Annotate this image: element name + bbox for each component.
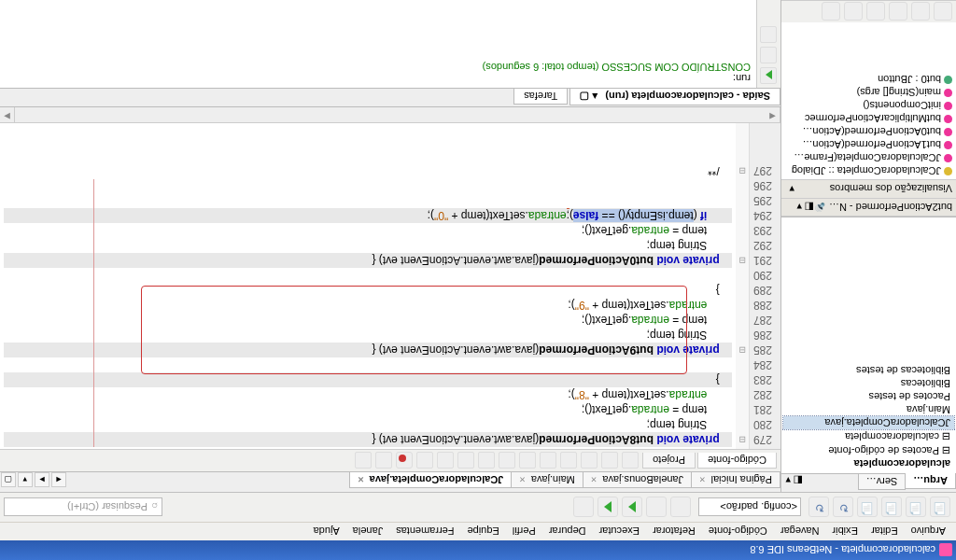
code-area[interactable]: private void but8ActionPerformed(java.aw… (0, 123, 736, 449)
editor-btn[interactable] (478, 453, 495, 469)
editor-btn[interactable] (355, 453, 372, 469)
code-editor[interactable]: 2792802812822832842852862872882892902912… (0, 123, 780, 449)
rerun-icon[interactable] (761, 67, 778, 84)
member-item[interactable]: but0ActionPerformed(Action… (783, 125, 954, 138)
tab-services[interactable]: Serv… (858, 474, 907, 490)
panel-menu-icon[interactable]: ◧ ▾ (781, 474, 807, 486)
tree-node[interactable]: Pacotes de testes (783, 390, 954, 403)
output-btn[interactable] (761, 26, 778, 43)
panel-menu-icon[interactable]: ◧ ▾ (796, 202, 814, 214)
output-tab-tasks[interactable]: Tarefas (513, 89, 568, 105)
close-icon[interactable]: × (358, 474, 363, 485)
menu-depurar[interactable]: Depurar (542, 525, 593, 539)
nav-btn[interactable] (866, 3, 885, 21)
editor-btn[interactable] (375, 453, 392, 469)
file-tab[interactable]: JanelaBonus.java× (583, 472, 692, 488)
close-icon[interactable]: × (699, 474, 705, 485)
undo-button[interactable] (833, 497, 853, 518)
tree-node[interactable]: ⊟ calculadoracompleta (783, 429, 954, 443)
save-all-button[interactable] (857, 497, 878, 518)
macro-record-icon[interactable] (396, 453, 413, 469)
menu-refatorar[interactable]: Refatorar (646, 525, 702, 539)
member-item[interactable]: main(String[] args) (783, 86, 954, 99)
close-icon[interactable]: × (519, 474, 525, 485)
config-select[interactable] (698, 498, 801, 517)
project-tree[interactable]: alculadoracompleta ⊟ Pacotes de código-f… (781, 217, 956, 473)
tree-node[interactable]: ⊟ Pacotes de código-fonte (783, 443, 954, 457)
view-design-tab[interactable]: Projeto (642, 453, 696, 469)
project-root[interactable]: alculadoracompleta (783, 457, 954, 470)
search-input[interactable]: Pesquisar (Ctrl+I) (4, 498, 162, 517)
menu-navegar[interactable]: Navegar (774, 525, 826, 539)
member-item[interactable]: butMultiplicarActionPerformec (783, 112, 954, 125)
projects-tabs[interactable]: Arqu… Serv… ◧ ▾ (781, 473, 956, 492)
build-button[interactable] (670, 497, 691, 518)
menu-executar[interactable]: Executar (593, 525, 646, 539)
new-project-button[interactable] (906, 497, 926, 518)
open-button[interactable] (881, 497, 902, 518)
tab-menu-icon[interactable]: ▴ ▢ (580, 91, 598, 103)
dropdown-icon[interactable]: ▾ (785, 183, 798, 195)
output-tab-run[interactable]: Saída - calculadoracompleta (run) ▴ ▢ (569, 89, 780, 105)
tree-node[interactable]: JCalculadoraCompleta.java (783, 416, 954, 429)
tree-node[interactable]: Bibliotecas (783, 377, 954, 390)
file-tab[interactable]: Página Inicial× (691, 472, 780, 488)
editor-btn[interactable] (519, 453, 536, 469)
nav-btn[interactable] (934, 3, 952, 21)
nav-btn[interactable] (889, 3, 907, 21)
member-item[interactable]: JCalculadoraCompleta(Frame… (783, 151, 954, 164)
editor-btn[interactable] (416, 453, 433, 469)
menu-editar[interactable]: Editar (865, 525, 905, 539)
nav-btn[interactable] (844, 3, 863, 21)
view-source-tab[interactable]: Código-fonte (697, 453, 777, 469)
maximize-editor-icon[interactable]: ▢ (1, 472, 16, 487)
tab-files[interactable]: Arqu… (905, 473, 956, 489)
member-item[interactable]: but0 : JButton (783, 73, 954, 86)
tab-scroll-left-icon[interactable]: ◄ (51, 472, 66, 487)
redo-button[interactable] (808, 497, 829, 518)
menu-exibir[interactable]: Exibir (825, 525, 865, 539)
members-list[interactable]: JCalculadoraCompleta :: JDialogJCalculad… (781, 22, 956, 179)
member-item[interactable]: initComponents() (783, 99, 954, 112)
tab-list-icon[interactable]: ▾ (18, 472, 33, 487)
editor-btn[interactable] (457, 453, 474, 469)
fold-gutter[interactable]: ⊟⊟⊟⊟ (736, 123, 749, 449)
debug-button[interactable] (598, 497, 618, 518)
nav-btn[interactable] (822, 3, 840, 21)
editor-btn[interactable] (499, 453, 515, 469)
menu-bar[interactable]: ArquivoEditarExibirNavegarCódigo-fonteRe… (0, 522, 956, 540)
menu-arquivo[interactable]: Arquivo (905, 525, 952, 539)
output-text[interactable]: run:CONSTRUÍDO COM SUCESSO (tempo total:… (0, 0, 756, 88)
editor-btn[interactable] (560, 453, 577, 469)
clean-build-button[interactable] (646, 497, 667, 518)
menu-ajuda[interactable]: Ajuda (307, 525, 346, 539)
run-button[interactable] (622, 497, 642, 518)
new-file-button[interactable] (930, 497, 950, 518)
editor-btn[interactable] (622, 453, 639, 469)
editor-btn[interactable] (437, 453, 454, 469)
member-item[interactable]: but1ActionPerformed(Action… (783, 138, 954, 151)
output-tabs[interactable]: Saída - calculadoracompleta (run) ▴ ▢ Ta… (0, 88, 780, 106)
member-item[interactable]: JCalculadoraCompleta :: JDialog (783, 164, 954, 177)
profile-button[interactable] (573, 497, 594, 518)
stop-icon[interactable] (761, 47, 778, 63)
tab-scroll-right-icon[interactable]: ► (35, 472, 49, 487)
file-tab[interactable]: JCalculadoraCompleta.java× (349, 472, 512, 488)
file-tab[interactable]: Main.java× (511, 472, 583, 488)
editor-btn[interactable] (581, 453, 598, 469)
tree-node[interactable]: Main.java (783, 403, 954, 416)
editor-btn[interactable] (540, 453, 556, 469)
nav-btn[interactable] (911, 3, 930, 21)
editor-tabs[interactable]: Página Inicial×JanelaBonus.java×Main.jav… (0, 471, 780, 492)
menu-janela[interactable]: Janela (346, 525, 389, 539)
close-icon[interactable]: × (591, 474, 597, 485)
menu-perfil[interactable]: Perfil (506, 525, 542, 539)
menu-equipe[interactable]: Equipe (461, 525, 506, 539)
menu-ferramentas[interactable]: Ferramentas (389, 525, 460, 539)
editor-btn[interactable] (601, 453, 618, 469)
main-toolbar: Pesquisar (Ctrl+I) (0, 492, 956, 522)
menu-código-fonte[interactable]: Código-fonte (702, 525, 774, 539)
navigator-toolbar (781, 0, 956, 22)
tree-node[interactable]: Bibliotecas de testes (783, 364, 954, 377)
h-scrollbar[interactable]: ◄► (0, 107, 780, 123)
